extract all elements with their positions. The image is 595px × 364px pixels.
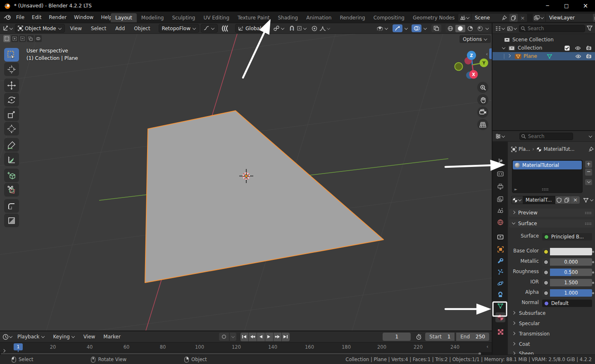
playhead[interactable]: 1 (14, 343, 23, 350)
current-frame-field[interactable]: 1 (383, 333, 411, 341)
tab-render[interactable] (495, 169, 505, 179)
viewlayer-name[interactable]: ViewLayer (546, 15, 592, 21)
roughness-slider[interactable]: 0.500 (542, 269, 592, 276)
base-color-widget[interactable] (542, 248, 592, 255)
collection-disable-render-icon[interactable] (586, 45, 592, 50)
tool-annotate[interactable] (4, 138, 19, 152)
viewport-menu-select[interactable]: Select (87, 26, 110, 31)
animate-dot[interactable] (592, 271, 594, 274)
select-mode-invert-button[interactable] (27, 35, 34, 42)
tab-tool[interactable] (495, 157, 505, 167)
shading-solid-button[interactable] (455, 25, 465, 32)
tool-shear[interactable] (4, 214, 19, 227)
snap-magnet-icon[interactable] (289, 25, 295, 31)
material-slot-item[interactable]: MaterialTutorial (513, 161, 582, 169)
base-color-swatch[interactable] (550, 248, 592, 255)
auto-keying-dropdown[interactable] (230, 333, 236, 341)
tab-sculpting[interactable]: Sculpting (168, 15, 199, 21)
tool-cut[interactable] (4, 183, 19, 197)
shading-rendered-button[interactable] (475, 25, 485, 32)
tool-select-box[interactable] (4, 48, 19, 62)
properties-options-chevron[interactable] (589, 134, 592, 137)
panel-specular[interactable]: Specular (512, 321, 540, 326)
material-name-field[interactable]: MaterialT... (523, 196, 555, 204)
plane-disable-render-icon[interactable] (586, 54, 592, 59)
tab-rendering[interactable]: Rendering (336, 15, 369, 21)
remove-slot-button[interactable]: − (585, 169, 592, 176)
breadcrumb-object[interactable]: Pla... (519, 146, 530, 152)
mode-dropdown[interactable]: Object Mode (15, 24, 65, 33)
sidebar-toggle[interactable]: ‹ (486, 48, 492, 60)
panel-coat[interactable]: Coat (512, 341, 530, 347)
menu-file[interactable]: File (12, 14, 28, 20)
jump-to-start-button[interactable] (240, 333, 248, 341)
proportional-edit-icon[interactable] (311, 25, 318, 32)
panel-drag-grip[interactable] (585, 212, 592, 214)
outliner-row-scene-collection[interactable]: Scene Collection (493, 36, 595, 44)
orientation-dropdown[interactable]: Global (235, 24, 270, 33)
outliner-row-collection[interactable]: Collection (493, 44, 595, 52)
prev-keyframe-button[interactable] (249, 333, 257, 341)
animate-dot[interactable] (592, 282, 594, 284)
tool-rotate[interactable] (4, 93, 19, 107)
unlink-scene-icon[interactable]: × (519, 15, 527, 21)
tab-scene[interactable] (495, 205, 505, 215)
tab-texture-paint[interactable]: Texture Paint (234, 15, 273, 21)
tab-view-layer[interactable] (495, 194, 505, 204)
select-mode-subtract-button[interactable] (19, 35, 26, 42)
falloff-dropdown[interactable] (201, 24, 218, 33)
use-preview-range-toggle[interactable] (416, 334, 422, 340)
properties-search-input[interactable] (519, 133, 573, 140)
new-material-copy-icon[interactable] (563, 196, 571, 204)
select-mode-extend-button[interactable] (11, 35, 18, 42)
animate-dot[interactable] (592, 251, 594, 253)
frame-start-field[interactable]: Start 1 (425, 333, 455, 341)
snap-target-dropdown[interactable] (297, 26, 307, 31)
auto-keying-toggle[interactable] (219, 333, 229, 341)
pan-view-button[interactable] (477, 94, 488, 105)
shading-wireframe-button[interactable] (445, 25, 455, 32)
outliner-search-input[interactable] (519, 25, 585, 32)
tool-add-cube[interactable] (4, 169, 19, 182)
tab-geometry-nodes[interactable]: Geometry Nodes (409, 15, 458, 21)
tab-texture[interactable] (495, 327, 505, 337)
collection-checkbox[interactable] (564, 45, 570, 51)
breadcrumb-material[interactable]: MaterialTut... (544, 146, 575, 152)
toggle-ortho-button[interactable] (477, 119, 488, 130)
panel-sheen[interactable]: Sheen (512, 351, 534, 354)
camera-view-button[interactable] (477, 107, 488, 118)
surface-shader-value[interactable]: Principled B... (542, 233, 592, 240)
jump-to-end-button[interactable] (282, 333, 290, 341)
timeline-menu-playback[interactable]: Playback (14, 334, 49, 340)
unlink-material-icon[interactable]: × (571, 196, 580, 204)
plane-expand-chevron[interactable] (507, 54, 511, 57)
outliner-filter-icon[interactable] (587, 26, 593, 31)
maximize-button[interactable]: □ (557, 3, 576, 9)
plane-hide-eye-icon[interactable] (575, 54, 581, 59)
shading-dropdown-chevron[interactable] (486, 26, 489, 29)
frame-end-field[interactable]: End 250 (456, 333, 489, 341)
overlays-toggle[interactable] (412, 24, 421, 32)
viewport-menu-view[interactable]: View (67, 26, 86, 31)
tab-material[interactable] (495, 312, 505, 322)
outliner-search[interactable] (519, 25, 585, 32)
select-mode-new-button[interactable] (3, 35, 10, 42)
viewlayer-icon[interactable] (533, 14, 546, 22)
shading-material-button[interactable] (465, 25, 475, 32)
tab-shading[interactable]: Shading (274, 15, 302, 21)
panel-preview[interactable]: Preview (509, 209, 594, 217)
ior-slider[interactable]: 1.500 (542, 279, 592, 286)
tool-corner[interactable] (4, 199, 19, 213)
alpha-slider[interactable]: 1.000 (542, 289, 592, 297)
minimize-button[interactable]: ─ (538, 3, 557, 9)
scene-icon[interactable] (458, 14, 471, 22)
outliner-display-mode-dropdown[interactable] (507, 26, 517, 31)
scene-name[interactable]: Scene (471, 15, 500, 21)
zoom-view-button[interactable] (477, 82, 488, 93)
editor-type-3dview-icon[interactable] (2, 25, 13, 31)
pivot-point-dropdown[interactable] (273, 25, 285, 31)
properties-search[interactable] (519, 133, 573, 140)
panel-drag-grip[interactable] (585, 222, 592, 225)
fake-user-shield-icon[interactable] (555, 196, 563, 204)
viewport-menu-add[interactable]: Add (112, 26, 129, 31)
